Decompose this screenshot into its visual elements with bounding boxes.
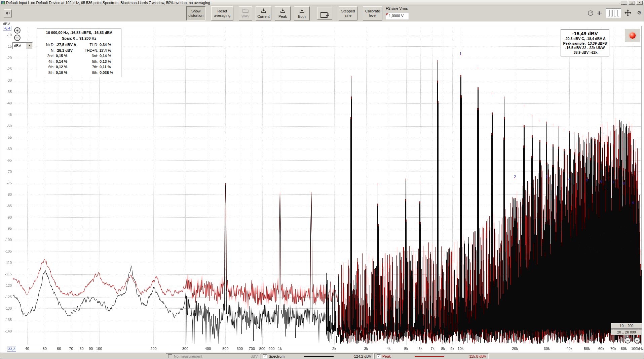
zoom-in-x-button[interactable]: + (634, 337, 640, 344)
folder-icon (242, 9, 249, 14)
spectrum-trace-label: Spectrum (269, 354, 285, 358)
stat-label: THD: (81, 42, 100, 48)
level-meter-icon[interactable] (606, 8, 621, 18)
pan-arrows-icon[interactable] (623, 8, 633, 18)
save-both-label: Both (298, 14, 306, 19)
x-axis-start-value[interactable]: 33,3 (7, 347, 16, 352)
stat-label: THD+N: (81, 48, 100, 53)
spectrum-chart: dBV -6,4 + − dBV ▼ 10 000,00 Hz, -16,83 … (0, 21, 644, 352)
red-flag-icon (386, 13, 388, 15)
marker-frequency-line: 10 000,00 Hz, -16,83 dBFS, -16,83 dBV (37, 30, 121, 36)
fs-sine-input[interactable]: 1,0000 V (386, 13, 409, 19)
stat-label: 4th: (40, 59, 56, 64)
stat-value: -28,1 dBV (56, 48, 81, 53)
stat-label: 5th: (81, 59, 100, 64)
close-button[interactable]: ✕ (636, 1, 643, 5)
show-distortion-button[interactable]: Show distortion (186, 6, 205, 20)
level-readout-box: -16,49 dBV -20,3 dBV C, -18,4 dBV A Peak… (561, 29, 609, 56)
y-axis-top-value[interactable]: -6,4 (3, 26, 11, 31)
wav-button[interactable]: WAV (239, 6, 252, 20)
stat-label: N: (40, 48, 56, 53)
stat-value: 27,4 % (100, 48, 120, 53)
y-unit-selector[interactable]: dBV ▼ (12, 42, 33, 49)
range-20-20000-button[interactable]: 20 .. 20 000 (611, 329, 642, 335)
stat-value: 0,14 % (100, 53, 120, 59)
stat-label: 6th: (40, 64, 56, 70)
level-main-value: -16,49 dBV (561, 30, 609, 37)
zoom-out-x-button[interactable]: − (624, 337, 631, 344)
zoom-in-y-button[interactable]: + (14, 27, 21, 34)
save-current-button[interactable]: Current (256, 6, 271, 20)
stat-label: 2nd: (40, 53, 56, 59)
level-band-line: -16,5 dBV 22 - 22k UNW (561, 46, 609, 50)
spectrum-cursor-value: -124,2 dBV (353, 354, 371, 358)
level-weighted-line: -20,3 dBV C, -18,4 dBV A (561, 37, 609, 41)
peak-checkbox[interactable] (377, 354, 381, 358)
reset-averaging-button[interactable]: Reset averaging (211, 6, 233, 20)
stat-value: 0,10 % (56, 70, 81, 76)
no-measurement-checkbox[interactable] (168, 354, 172, 358)
gear-icon[interactable]: ⚙ (636, 9, 643, 16)
stat-value: 0,11 % (100, 64, 120, 70)
no-measurement-label: No measurement (174, 354, 202, 358)
stat-value: 0,12 % (56, 64, 81, 70)
zoom-out-y-button[interactable]: − (14, 35, 21, 41)
toolbar: Show distortion Reset averaging WAV Curr… (0, 5, 644, 21)
record-icon (630, 33, 636, 39)
measurement-panel: No measurement dBV (166, 353, 260, 359)
save-both-button[interactable]: Both (294, 6, 310, 20)
app-window: Default Input L on Default Device at 192… (0, 0, 644, 359)
stat-value: 0,038 % (100, 70, 120, 76)
save-peak-button[interactable]: Peak (275, 6, 291, 20)
spectrum-trace-panel: Spectrum -124,2 dBV (261, 353, 374, 359)
level-above22k-line: -38,9 dBV >22k (561, 50, 609, 55)
marker-readout-box: 10 000,00 Hz, -16,83 dBFS, -16,83 dBV Sp… (37, 29, 121, 77)
loop-button[interactable] (317, 7, 332, 20)
spectrum-line-sample (304, 356, 334, 357)
stat-label: 7th: (81, 64, 100, 70)
stat-label: N+D: (40, 42, 56, 48)
save-peak-label: Peak (278, 14, 287, 19)
knob-icon[interactable] (587, 9, 594, 17)
save-icon (299, 8, 305, 14)
calibrate-level-button[interactable]: Calibrate level (363, 6, 382, 20)
y-axis-unit-label: dBV (3, 22, 10, 26)
stat-label: 8th: (40, 70, 56, 76)
marker-span-line: Span: 0 .. 91 200 Hz (37, 36, 121, 41)
level-peak-sample-line: Peak sample: -13,39 dBFS (561, 41, 609, 46)
peak-trace-label: Peak (382, 354, 391, 358)
save-icon (261, 8, 266, 14)
app-icon (1, 1, 5, 4)
stat-label: 9th: (81, 70, 100, 76)
peak-line-sample (415, 356, 444, 357)
status-bar: No measurement dBV Spectrum -124,2 dBV P… (0, 352, 644, 359)
stepped-loop-icon (320, 7, 330, 19)
maximize-button[interactable]: □ (629, 1, 635, 5)
record-button[interactable] (624, 29, 640, 42)
save-icon (280, 8, 286, 14)
wav-label: WAV (241, 14, 250, 18)
chevron-down-icon[interactable]: ▼ (27, 43, 32, 49)
minimize-button[interactable]: ▁ (621, 1, 627, 5)
titlebar: Default Input L on Default Device at 192… (0, 0, 644, 5)
window-title: Default Input L on Default Device at 192… (6, 1, 619, 5)
no-measurement-unit: dBV (251, 354, 258, 358)
stat-label: 3rd: (81, 53, 100, 59)
stat-value: 0,14 % (56, 59, 81, 64)
stat-value: 0,15 % (56, 53, 81, 59)
fader-icon[interactable] (596, 9, 603, 17)
spectrum-checkbox[interactable] (263, 354, 267, 358)
peak-cursor-value: -115,8 dBV (468, 354, 486, 358)
y-unit-selector-value: dBV (13, 43, 27, 49)
fs-sine-label: FS sine Vrms (386, 6, 408, 10)
save-current-label: Current (257, 14, 270, 19)
range-10-200-button[interactable]: 10 .. 200 (611, 323, 642, 329)
stat-value: 0,13 % (100, 59, 120, 64)
peak-trace-panel: Peak -115,8 dBV (374, 353, 489, 359)
speaker-icon (5, 11, 10, 16)
stat-value: -27,5 dBV A (56, 42, 81, 48)
distortion-table: N+D:-27,5 dBV ATHD:0,34 % N:-28,1 dBVTHD… (37, 41, 121, 75)
stat-value: 0,34 % (100, 42, 120, 48)
stepped-sine-button[interactable]: Stepped sine (339, 6, 357, 20)
device-button[interactable] (4, 9, 12, 17)
